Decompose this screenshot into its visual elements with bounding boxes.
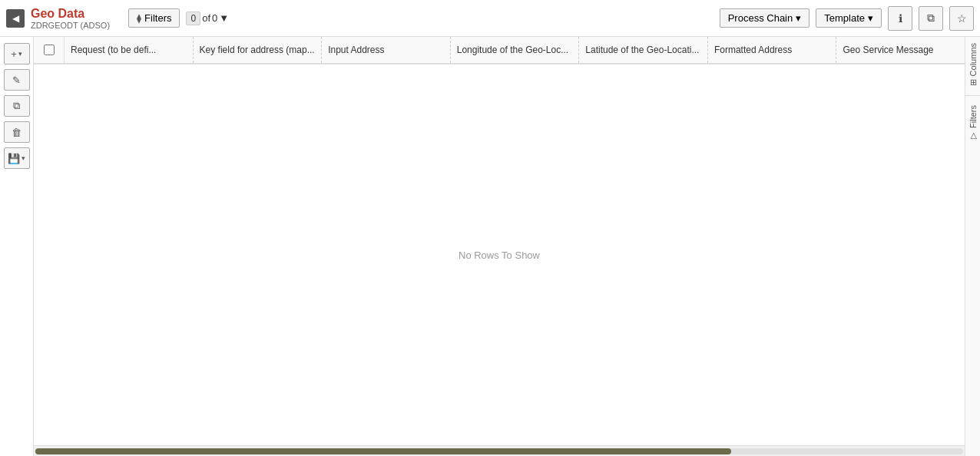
add-button[interactable]: + ▾ [4,43,30,64]
resize-handle-col4[interactable] [575,37,578,63]
info-button[interactable]: ℹ [888,6,912,31]
filters-button-label: Filters [144,12,171,24]
resize-handle-col6[interactable] [833,37,836,63]
no-rows-message: No Rows To Show [459,249,540,261]
process-chain-arrow: ▾ [796,12,801,24]
grid-body: No Rows To Show [34,64,965,445]
row-count-filter-icon[interactable]: ▼ [219,12,229,24]
row-count-value: 0 [186,12,200,25]
copy-button[interactable]: ⧉ [4,95,30,117]
resize-handle-col2[interactable] [318,37,321,63]
process-chain-label: Process Chain [728,12,793,24]
resize-handle-col5[interactable] [704,37,707,63]
grid-header: Request (to be defi... Key field for add… [34,37,965,64]
export-icon: ⧉ [927,12,935,25]
columns-icon: ⊞ [968,79,978,86]
columns-label: Columns [968,43,978,76]
header-col2[interactable]: Key field for address (map... [194,37,323,63]
header-checkbox-cell[interactable] [34,37,65,63]
edit-button[interactable]: ✎ [4,69,30,91]
columns-sidebar-item[interactable]: ⊞ Columns [968,37,978,92]
header-col7[interactable]: Geo Service Message [836,37,965,63]
resize-handle-col3[interactable] [447,37,450,63]
row-count-of: of [202,12,210,24]
copy-icon: ⧉ [13,100,20,112]
top-bar: ◀ Geo Data ZDRGEODT (ADSO) ⧫ Filters 0 o… [0,0,980,37]
header-col4[interactable]: Longitude of the Geo-Loc... [451,37,580,63]
filters-sidebar-label: Filters [968,105,978,128]
header-col3[interactable]: Input Address [322,37,451,63]
nav-toggle-icon: ◀ [12,13,19,24]
grid-area: Request (to be defi... Key field for add… [34,37,965,456]
row-count-display: 0 of 0 ▼ [186,12,229,25]
delete-icon: 🗑 [12,127,22,138]
header-col6[interactable]: Formatted Address [708,37,837,63]
add-dropdown-arrow: ▾ [18,50,22,58]
scrollbar-track[interactable] [35,448,963,454]
star-icon: ☆ [957,12,967,25]
select-all-checkbox[interactable] [44,45,55,55]
app-subtitle: ZDRGEODT (ADSO) [31,21,110,30]
right-sidebar: ⊞ Columns ▽ Filters [965,37,980,456]
add-icon: + [11,48,17,60]
template-button[interactable]: Template ▾ [816,8,882,28]
nav-toggle-button[interactable]: ◀ [6,9,25,28]
favorite-button[interactable]: ☆ [949,6,974,31]
app-title-block: Geo Data ZDRGEODT (ADSO) [31,7,110,30]
header-col5[interactable]: Latitude of the Geo-Locati... [579,37,708,63]
filters-button[interactable]: ⧫ Filters [128,8,180,28]
sidebar-divider [965,95,980,96]
scrollbar-thumb[interactable] [35,448,731,454]
template-label: Template [824,12,865,24]
resize-handle-col7[interactable] [962,37,965,63]
left-toolbar: + ▾ ✎ ⧉ 🗑 💾 ▾ [0,37,34,456]
main-layout: + ▾ ✎ ⧉ 🗑 💾 ▾ Request (to be defi... [0,37,980,456]
filters-sidebar-item[interactable]: ▽ Filters [968,99,978,147]
process-chain-button[interactable]: Process Chain ▾ [720,8,810,28]
resize-handle-col1[interactable] [190,37,193,63]
save-icon: 💾 [8,153,20,164]
filters-sidebar-icon: ▽ [968,131,978,141]
info-icon: ℹ [899,12,902,25]
app-title: Geo Data [31,7,110,21]
export-button[interactable]: ⧉ [919,6,943,31]
delete-button[interactable]: 🗑 [4,121,30,143]
save-button[interactable]: 💾 ▾ [4,147,30,169]
header-col1[interactable]: Request (to be defi... [65,37,194,63]
template-arrow: ▾ [868,12,873,24]
row-count-total: 0 [212,12,217,24]
bottom-scrollbar[interactable] [34,445,965,456]
edit-icon: ✎ [12,74,21,86]
save-dropdown-arrow: ▾ [22,154,25,162]
filter-icon: ⧫ [137,13,141,24]
